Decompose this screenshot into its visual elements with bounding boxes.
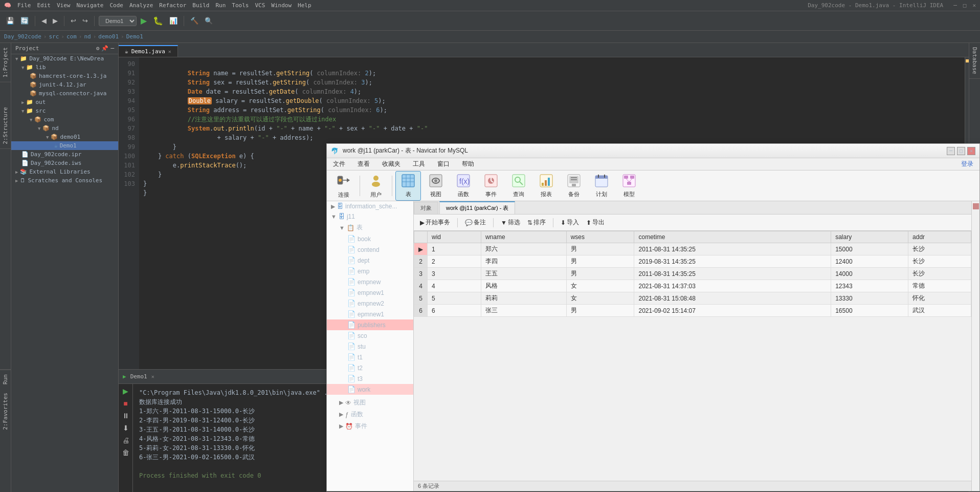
filter-btn[interactable]: ▼ 筛选 <box>499 217 522 228</box>
sidebar-item-ipr[interactable]: 📄 Day_902code.ipr <box>11 150 118 159</box>
cell-addr[interactable]: 长沙 <box>908 268 971 280</box>
redo-button[interactable]: ↪ <box>80 16 90 26</box>
navicat-tab-work-table[interactable]: work @j11 (parkCar) - 表 <box>439 201 515 214</box>
menu-file[interactable]: File <box>17 2 31 9</box>
editor-tab-demo1[interactable]: ☕ Demo1.java ✕ <box>119 45 178 57</box>
navicat-tree-table-empnew[interactable]: 📄 empnew <box>327 276 413 287</box>
navicat-menu-view[interactable]: 查看 <box>355 159 372 169</box>
tab-close-icon[interactable]: ✕ <box>168 49 171 54</box>
run-clear-btn[interactable]: 🗑 <box>121 447 130 458</box>
sidebar-gear-icon[interactable]: ⚙ <box>96 45 100 52</box>
cell-salary[interactable]: 12343 <box>831 280 908 292</box>
cell-wses[interactable]: 男 <box>566 268 634 280</box>
cell-wses[interactable]: 男 <box>566 255 634 268</box>
cell-wid[interactable]: 5 <box>428 292 481 305</box>
debug-button[interactable]: 🐛 <box>151 15 165 27</box>
forward-button[interactable]: ▶ <box>51 16 60 26</box>
close-btn[interactable]: ✕ <box>972 2 976 9</box>
navicat-tree-table-stu[interactable]: 📄 stu <box>327 341 413 352</box>
navicat-tool-model[interactable]: 模型 <box>616 171 642 201</box>
cell-wses[interactable]: 男 <box>566 243 634 255</box>
run-scroll-btn[interactable]: ⬇ <box>121 423 130 433</box>
col-wid[interactable]: wid <box>428 231 481 243</box>
build-button[interactable]: 🔨 <box>188 16 201 26</box>
table-row[interactable]: 6 6 张三 男 2021-09-02 15:14:07 16500 武汉 <box>414 305 971 317</box>
sort-btn[interactable]: ⇅ 排序 <box>525 217 548 228</box>
cell-addr[interactable]: 长沙 <box>908 255 971 268</box>
sidebar-pin-icon[interactable]: 📌 <box>101 45 108 52</box>
sidebar-item-com[interactable]: ▼ 📦 com <box>11 115 118 124</box>
cell-wid[interactable]: 6 <box>428 305 481 317</box>
breadcrumb-nd[interactable]: nd <box>84 33 91 40</box>
run-pause-btn[interactable]: ⏸ <box>121 411 130 421</box>
cell-wid[interactable]: 3 <box>428 268 481 280</box>
navicat-tree-j11[interactable]: ▼ 🗄 j11 <box>327 211 413 222</box>
navicat-data-table[interactable]: wid wname wses cometime salary addr ▶ <box>414 231 971 481</box>
breadcrumb-com[interactable]: com <box>66 33 77 40</box>
col-salary[interactable]: salary <box>831 231 908 243</box>
menu-navigate[interactable]: Navigate <box>77 2 104 9</box>
navicat-maximize-btn[interactable]: □ <box>957 147 965 155</box>
cell-wname[interactable]: 莉莉 <box>481 292 566 305</box>
navicat-tree-table-t1[interactable]: 📄 t1 <box>327 352 413 362</box>
cell-addr[interactable]: 长沙 <box>908 243 971 255</box>
navicat-tool-view[interactable]: 视图 <box>423 171 449 201</box>
sidebar-item-mysql[interactable]: 📦 mysql-connector-java <box>11 89 118 98</box>
sidebar-item-demo01[interactable]: ▼ 📦 demo01 <box>11 133 118 141</box>
breadcrumb-project[interactable]: Day_902code <box>4 33 41 40</box>
navicat-tool-connect[interactable]: 连接 <box>331 170 357 201</box>
col-wname[interactable]: wname <box>481 231 566 243</box>
sidebar-item-ext-lib[interactable]: ▶ 📚 External Libraries <box>11 167 118 176</box>
navicat-close-btn[interactable]: ✕ <box>967 147 975 155</box>
sync-button[interactable]: 🔄 <box>18 16 31 26</box>
minimize-btn[interactable]: ─ <box>953 2 957 9</box>
navicat-tree-table-work[interactable]: 📄 work <box>327 384 413 395</box>
navicat-tab-object[interactable]: 对象 <box>414 202 438 214</box>
sidebar-item-scratches[interactable]: ▶ 🗒 Scratches and Consoles <box>11 176 118 185</box>
sidebar-item-lib[interactable]: ▼ 📁 lib <box>11 63 118 72</box>
menu-build[interactable]: Build <box>192 2 209 9</box>
run-tab-close[interactable]: ✕ <box>151 374 154 379</box>
navicat-tree-table-t3[interactable]: 📄 t3 <box>327 373 413 384</box>
navicat-tree-views[interactable]: ▶ 👁 视图 <box>327 397 413 409</box>
run-stop-btn[interactable]: ■ <box>121 398 130 409</box>
table-row[interactable]: ▶ 1 郑六 男 2011-08-31 14:35:25 15000 长沙 <box>414 243 971 255</box>
navicat-tree-table-publishers[interactable]: 📄 publishers <box>327 319 413 330</box>
sidebar-item-hamcrest[interactable]: 📦 hamcrest-core-1.3.ja <box>11 72 118 80</box>
cell-salary[interactable]: 15000 <box>831 243 908 255</box>
sidebar-item-src[interactable]: ▼ 📁 src <box>11 106 118 115</box>
navicat-menu-favorites[interactable]: 收藏夹 <box>380 159 403 169</box>
right-tab-database[interactable]: Database <box>969 43 980 79</box>
menu-help[interactable]: Help <box>298 2 311 9</box>
cell-addr[interactable]: 怀化 <box>908 292 971 305</box>
menu-tools[interactable]: Tools <box>232 2 249 9</box>
navicat-tree-functions[interactable]: ▶ ƒ 函数 <box>327 409 413 420</box>
breadcrumb-demo1[interactable]: Demo1 <box>126 33 143 40</box>
table-row[interactable]: 5 5 莉莉 女 2021-08-31 15:08:48 13330 怀化 <box>414 292 971 305</box>
navicat-tool-table[interactable]: 表 <box>395 171 421 201</box>
run-tab-label[interactable]: Demo1 <box>130 373 147 380</box>
navicat-tree-table-epmnew1[interactable]: 📄 epmnew1 <box>327 309 413 319</box>
cell-wses[interactable]: 男 <box>566 305 634 317</box>
cell-cometime[interactable]: 2019-08-31 14:35:25 <box>634 255 831 268</box>
navicat-menu-tools[interactable]: 工具 <box>411 159 427 169</box>
navicat-tree-table-contend[interactable]: 📄 contend <box>327 244 413 255</box>
cell-cometime[interactable]: 2021-09-02 15:14:07 <box>634 305 831 317</box>
maximize-btn[interactable]: □ <box>963 2 967 9</box>
run-print-btn[interactable]: 🖨 <box>121 435 130 445</box>
cell-salary[interactable]: 14000 <box>831 268 908 280</box>
navicat-tool-function[interactable]: f(x) 函数 <box>451 171 476 201</box>
start-transaction-btn[interactable]: ▶ 开始事务 <box>418 217 452 228</box>
cell-wname[interactable]: 郑六 <box>481 243 566 255</box>
left-tab-favorites[interactable]: 2:Favorites <box>0 389 11 434</box>
navicat-tree-table-sco[interactable]: 📄 sco <box>327 330 413 341</box>
import-btn[interactable]: ⬇ 导入 <box>559 217 581 228</box>
navicat-tool-user[interactable]: 用户 <box>363 170 389 201</box>
col-wses[interactable]: wses <box>566 231 634 243</box>
sidebar-item-demo1[interactable]: ☕ Demo1 <box>11 141 118 150</box>
cell-wname[interactable]: 王五 <box>481 268 566 280</box>
menu-run[interactable]: Run <box>215 2 226 9</box>
menu-vcs[interactable]: VCS <box>255 2 265 9</box>
table-row[interactable]: 4 4 风格 女 2021-08-31 14:37:03 12343 常德 <box>414 280 971 292</box>
cell-wid[interactable]: 2 <box>428 255 481 268</box>
